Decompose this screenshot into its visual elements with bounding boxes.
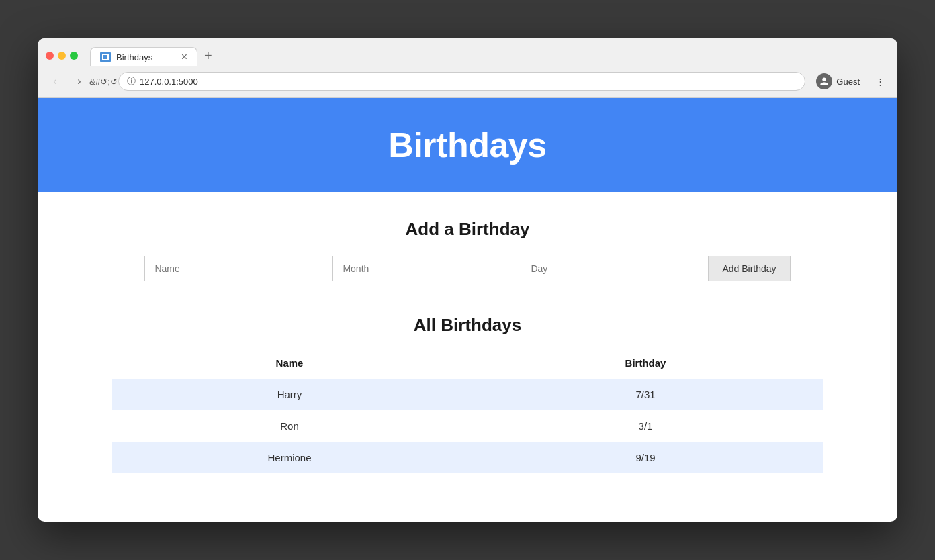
close-button[interactable] <box>46 52 54 60</box>
row-name: Harry <box>112 379 468 410</box>
url-text: 127.0.0.1:5000 <box>140 77 198 87</box>
tab-close-button[interactable]: × <box>181 52 187 62</box>
add-birthday-button[interactable]: Add Birthday <box>709 256 790 281</box>
col-header-name: Name <box>112 352 468 374</box>
table-row: Hermione 9/19 <box>112 442 823 473</box>
row-birthday: 7/31 <box>468 379 823 410</box>
all-birthdays-title: All Birthdays <box>112 315 823 336</box>
guest-avatar <box>816 73 832 89</box>
security-icon: ⓘ <box>127 75 136 87</box>
forward-button[interactable]: › <box>70 72 89 91</box>
reload-button[interactable]: &#↺; ↺ <box>94 72 113 91</box>
day-input[interactable] <box>521 256 709 281</box>
birthdays-table: Name Birthday Harry 7/31 Ron 3/1 Hermion… <box>112 352 823 473</box>
month-input[interactable] <box>332 256 521 281</box>
col-header-birthday: Birthday <box>468 352 823 374</box>
table-row: Ron 3/1 <box>112 411 823 441</box>
table-header: Name Birthday <box>112 352 823 374</box>
tab-bar: Birthdays × + <box>90 45 889 66</box>
forward-icon: › <box>77 75 81 87</box>
browser-toolbar: ‹ › &#↺; ↺ ⓘ 127.0.0.1:5000 Guest <box>38 66 897 97</box>
guest-label: Guest <box>836 77 860 87</box>
browser-menu-button[interactable]: ⋮ <box>871 72 889 91</box>
page-header: Birthdays <box>38 98 897 192</box>
browser-chrome: Birthdays × + ‹ › &#↺; ↺ ⓘ 127.0.0.1:500… <box>38 38 897 98</box>
page-title: Birthdays <box>51 125 884 165</box>
table-row: Harry 7/31 <box>112 379 823 410</box>
browser-window: Birthdays × + ‹ › &#↺; ↺ ⓘ 127.0.0.1:500… <box>38 38 897 522</box>
guest-button[interactable]: Guest <box>811 71 865 92</box>
row-name: Hermione <box>112 442 468 473</box>
reload-icon: &#↺; <box>89 77 110 87</box>
tab-favicon <box>100 52 111 62</box>
page-content: Birthdays Add a Birthday Add Birthday Al… <box>38 98 897 501</box>
back-icon: ‹ <box>53 75 56 87</box>
page-body: Add a Birthday Add Birthday All Birthday… <box>98 192 837 501</box>
row-birthday: 9/19 <box>468 442 823 473</box>
minimize-button[interactable] <box>58 52 66 60</box>
name-input[interactable] <box>144 256 332 281</box>
row-birthday: 3/1 <box>468 411 823 441</box>
active-tab[interactable]: Birthdays × <box>90 47 197 66</box>
back-button[interactable]: ‹ <box>46 72 64 91</box>
address-bar[interactable]: ⓘ 127.0.0.1:5000 <box>118 72 805 91</box>
tab-title: Birthdays <box>116 52 152 62</box>
menu-icon: ⋮ <box>876 77 885 87</box>
maximize-button[interactable] <box>70 52 78 60</box>
traffic-lights <box>46 52 78 60</box>
browser-titlebar: Birthdays × + <box>38 38 897 66</box>
new-tab-button[interactable]: + <box>197 45 219 66</box>
add-birthday-title: Add a Birthday <box>112 219 823 240</box>
add-birthday-form: Add Birthday <box>112 256 823 281</box>
row-name: Ron <box>112 411 468 441</box>
